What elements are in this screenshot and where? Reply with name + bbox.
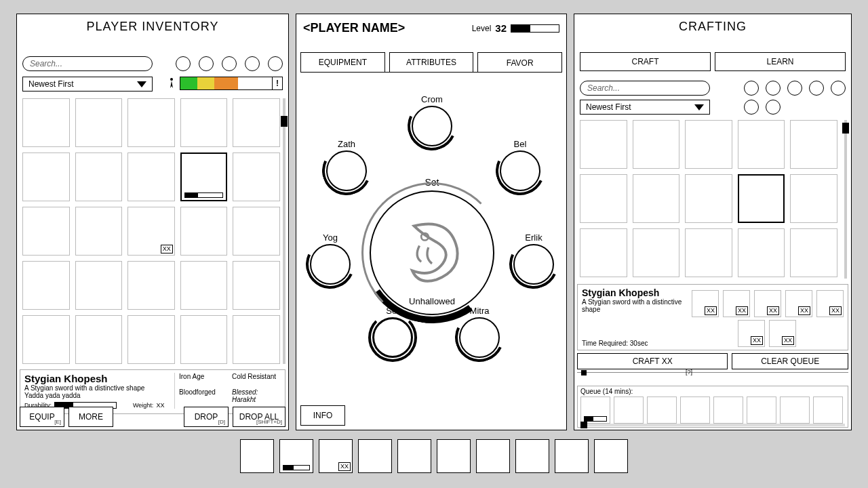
inv-slot[interactable] (233, 261, 280, 310)
inv-slot[interactable] (180, 261, 228, 310)
ingredient-slot[interactable]: XX (785, 290, 812, 317)
recipe-slot[interactable] (685, 228, 732, 277)
drop-all-button[interactable]: DROP ALL[SHIFT+D] (233, 407, 285, 427)
craft-filter-7[interactable] (766, 100, 781, 115)
ingredient-slot[interactable]: XX (754, 290, 781, 317)
inv-slot[interactable]: XX (127, 207, 175, 256)
inv-slot[interactable] (233, 207, 280, 256)
inventory-sort[interactable]: Newest First (22, 77, 153, 92)
inv-slot[interactable] (127, 261, 175, 310)
ingredient-slot[interactable]: XX (723, 290, 750, 317)
tab-equipment[interactable]: EQUIPMENT (300, 52, 385, 73)
inv-slot[interactable] (22, 98, 70, 147)
inv-slot[interactable] (75, 315, 123, 364)
recipe-slot[interactable] (633, 174, 680, 223)
craft-filter-2[interactable] (766, 81, 781, 96)
inv-slot-selected[interactable] (180, 152, 228, 201)
hotbar-slot[interactable]: XX (319, 439, 353, 473)
inv-slot[interactable] (22, 152, 70, 201)
craft-filter-5[interactable] (831, 81, 846, 96)
recipe-scrollbar[interactable] (844, 120, 847, 279)
filter-dot-4[interactable] (245, 56, 260, 71)
queue-slot[interactable] (580, 396, 610, 424)
craft-filter-1[interactable] (744, 81, 759, 96)
tab-learn[interactable]: LEARN (715, 52, 846, 71)
craft-button[interactable]: CRAFT XX (577, 353, 728, 369)
hotbar-slot[interactable] (240, 439, 274, 473)
queue-slot[interactable] (647, 396, 677, 424)
favor-bel[interactable]: Bel (500, 139, 540, 191)
info-button[interactable]: INFO (300, 405, 345, 426)
hotbar-slot[interactable] (279, 439, 313, 473)
filter-dot-2[interactable] (199, 56, 214, 71)
inv-slot[interactable] (22, 261, 70, 310)
tab-attributes[interactable]: ATTRIBUTES (389, 52, 474, 73)
recipe-slot[interactable] (790, 174, 837, 223)
hotbar-slot[interactable] (358, 439, 392, 473)
queue-scrollbar[interactable] (580, 424, 845, 426)
clear-queue-button[interactable]: CLEAR QUEUE (732, 353, 848, 369)
recipe-slot[interactable] (685, 174, 732, 223)
more-button[interactable]: MORE (68, 407, 113, 427)
recipe-slot[interactable] (580, 120, 627, 169)
ingredient-slot[interactable]: XX (692, 290, 719, 317)
recipe-slot[interactable] (633, 120, 680, 169)
crafting-sort[interactable]: Newest First (580, 100, 710, 115)
inv-slot[interactable] (127, 152, 175, 201)
inv-slot[interactable] (75, 207, 123, 256)
favor-set[interactable]: Set (372, 306, 413, 358)
craft-filter-3[interactable] (787, 81, 802, 96)
favor-mitra[interactable]: Mitra (459, 306, 500, 358)
recipe-slot[interactable] (738, 120, 785, 169)
hotbar-slot[interactable] (555, 439, 589, 473)
favor-crom[interactable]: Crom (412, 94, 452, 146)
favor-erlik[interactable]: Erlik (513, 232, 554, 285)
queue-slot[interactable] (780, 396, 810, 424)
recipe-slot[interactable] (790, 120, 837, 169)
ingredient-slot[interactable]: XX (769, 320, 796, 347)
favor-yog[interactable]: Yog (310, 232, 351, 285)
hotbar-slot[interactable] (515, 439, 549, 473)
recipe-slot[interactable] (580, 228, 627, 277)
hotbar-slot[interactable] (594, 439, 628, 473)
recipe-scroll-thumb[interactable] (842, 123, 849, 134)
inv-slot[interactable] (127, 315, 175, 364)
queue-slot[interactable] (813, 396, 843, 424)
recipe-slot[interactable] (790, 228, 837, 277)
inv-slot[interactable] (127, 98, 175, 147)
crafting-search[interactable]: Search... (580, 81, 710, 96)
inv-slot[interactable] (75, 261, 123, 310)
ingredient-slot[interactable]: XX (816, 290, 844, 317)
tab-craft[interactable]: CRAFT (580, 52, 711, 71)
inv-slot[interactable] (75, 152, 123, 201)
inv-slot[interactable] (233, 98, 280, 147)
quantity-slider[interactable]: [?] (577, 372, 848, 380)
queue-slot[interactable] (680, 396, 710, 424)
inv-slot[interactable] (233, 315, 280, 364)
inv-slot[interactable] (75, 98, 123, 147)
recipe-slot[interactable] (738, 228, 785, 277)
inv-slot[interactable] (180, 207, 228, 256)
craft-filter-4[interactable] (809, 81, 824, 96)
hotbar-slot[interactable] (397, 439, 431, 473)
inventory-scroll-thumb[interactable] (281, 116, 288, 127)
filter-dot-1[interactable] (176, 56, 191, 71)
hotbar-slot[interactable] (476, 439, 510, 473)
drop-button[interactable]: DROP[D] (184, 407, 229, 427)
queue-slot[interactable] (747, 396, 776, 424)
recipe-slot[interactable] (633, 228, 680, 277)
inv-slot[interactable] (22, 207, 70, 256)
inv-slot[interactable] (22, 315, 70, 364)
inv-slot[interactable] (180, 315, 228, 364)
queue-slot[interactable] (713, 396, 743, 424)
ingredient-slot[interactable]: XX (738, 320, 765, 347)
recipe-slot[interactable] (580, 174, 627, 223)
recipe-slot-selected[interactable] (738, 174, 785, 223)
tab-favor[interactable]: FAVOR (477, 52, 562, 73)
inv-slot[interactable] (180, 98, 228, 147)
recipe-slot[interactable] (685, 120, 732, 169)
inventory-scrollbar[interactable] (283, 98, 285, 364)
queue-slot[interactable] (614, 396, 644, 424)
hotbar-slot[interactable] (437, 439, 471, 473)
favor-zath[interactable]: Zath (326, 139, 367, 191)
